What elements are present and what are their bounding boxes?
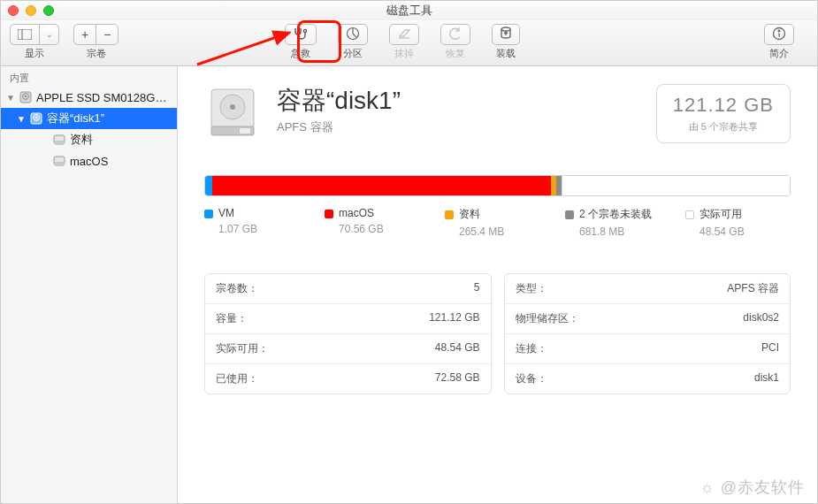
- watermark: ☼ @赤友软件: [700, 477, 805, 498]
- view-mode-button[interactable]: ⌵: [10, 24, 59, 45]
- svg-line-7: [197, 33, 289, 65]
- svg-point-2: [303, 29, 306, 32]
- erase-label: 抹掉: [394, 47, 414, 60]
- svg-point-4: [501, 27, 510, 31]
- legend-swatch: [685, 210, 694, 219]
- info-value: disk0s2: [743, 311, 779, 326]
- hdd-icon: [29, 111, 43, 126]
- legend-name: VM: [218, 207, 234, 219]
- mount-button[interactable]: [492, 24, 520, 45]
- restore-icon: [448, 27, 463, 42]
- sidebar-item-label: APPLE SSD SM0128G…: [36, 91, 166, 104]
- volume-icon: [52, 154, 66, 168]
- info-row: 类型：APFS 容器: [505, 274, 791, 303]
- watermark-icon: ☼: [700, 478, 721, 496]
- capacity-box: 121.12 GB 由 5 个宗卷共享: [656, 84, 791, 143]
- info-value: disk1: [754, 371, 779, 386]
- svg-rect-0: [18, 29, 32, 40]
- info-row: 容量：121.12 GB: [205, 303, 491, 333]
- svg-point-20: [230, 104, 235, 110]
- info-icon: [772, 27, 786, 43]
- info-value: PCI: [761, 341, 779, 356]
- sidebar-item-label: 容器“disk1”: [47, 111, 104, 126]
- sidebar-item[interactable]: ▼APPLE SSD SM0128G…: [1, 87, 177, 108]
- toolbar: ⌵ 显示 + − 宗卷 急救 分区 抹掉: [1, 20, 817, 66]
- legend-value: 70.56 GB: [339, 223, 413, 235]
- info-key: 设备：: [516, 371, 547, 386]
- info-label: 简介: [769, 47, 789, 60]
- volume-title: 容器“disk1”: [277, 84, 401, 118]
- chevron-down-icon: ⌵: [39, 25, 58, 44]
- view-label: 显示: [25, 47, 44, 60]
- info-value: 48.54 GB: [435, 341, 480, 356]
- svg-rect-17: [54, 162, 65, 165]
- first-aid-label: 急救: [291, 47, 310, 60]
- restore-label: 恢复: [446, 47, 465, 60]
- info-row: 设备：disk1: [505, 363, 791, 393]
- info-key: 类型：: [516, 281, 547, 296]
- main-content: 容器“disk1” APFS 容器 121.12 GB 由 5 个宗卷共享 VM…: [178, 66, 817, 503]
- mount-label: 装载: [496, 47, 516, 60]
- sidebar-section-header: 内置: [1, 66, 177, 87]
- sidebar-item[interactable]: macOS: [1, 150, 177, 172]
- info-row: 实际可用：48.54 GB: [205, 333, 491, 363]
- erase-button: [389, 24, 419, 45]
- mount-icon: [500, 27, 512, 43]
- info-button[interactable]: [764, 24, 794, 45]
- info-key: 连接：: [516, 341, 547, 356]
- titlebar: 磁盘工具: [1, 1, 817, 20]
- sidebar: 内置 ▼APPLE SSD SM0128G…▼容器“disk1”资料macOS: [1, 66, 178, 503]
- info-row: 物理储存区：disk0s2: [505, 303, 791, 333]
- capacity-note: 由 5 个宗卷共享: [673, 120, 774, 134]
- svg-point-13: [35, 117, 37, 118]
- partition-label: 分区: [343, 47, 363, 60]
- annotation-arrow: [194, 29, 296, 68]
- info-value: APFS 容器: [727, 281, 779, 296]
- info-value: 72.58 GB: [435, 371, 480, 386]
- usage-legend: VM1.07 GBmacOS70.56 GB资料265.4 MB2 个宗卷未装载…: [204, 207, 791, 238]
- legend-value: 1.07 GB: [218, 223, 293, 235]
- svg-point-6: [778, 30, 780, 32]
- legend-item: macOS70.56 GB: [325, 207, 413, 238]
- info-key: 实际可用：: [216, 341, 269, 356]
- info-row: 宗卷数：5: [205, 274, 491, 303]
- window-title: 磁盘工具: [1, 3, 817, 19]
- legend-name: macOS: [339, 207, 374, 219]
- hdd-icon: [19, 90, 33, 104]
- legend-swatch: [445, 210, 454, 219]
- legend-item: 资料265.4 MB: [445, 207, 533, 238]
- volume-add-remove-button[interactable]: + −: [73, 24, 118, 45]
- svg-point-10: [25, 95, 27, 97]
- volume-icon: [52, 133, 66, 147]
- legend-value: 265.4 MB: [459, 225, 533, 238]
- legend-item: 2 个宗卷未装载681.8 MB: [565, 207, 654, 238]
- capacity-value: 121.12 GB: [673, 94, 774, 117]
- legend-swatch: [325, 210, 333, 218]
- disclosure-triangle-icon[interactable]: ▼: [6, 93, 15, 103]
- first-aid-button[interactable]: [285, 24, 317, 45]
- minus-icon: −: [96, 25, 118, 44]
- sidebar-item-label: macOS: [70, 155, 108, 168]
- sidebar-item[interactable]: ▼容器“disk1”: [1, 108, 177, 129]
- info-table-left: 宗卷数：5容量：121.12 GB实际可用：48.54 GB已使用：72.58 …: [204, 273, 492, 394]
- legend-value: 681.8 MB: [579, 225, 654, 238]
- restore-button: [440, 24, 470, 45]
- sidebar-item[interactable]: 资料: [1, 129, 177, 150]
- info-row: 连接：PCI: [505, 333, 791, 363]
- info-key: 宗卷数：: [216, 281, 258, 296]
- partition-button[interactable]: [338, 24, 368, 45]
- disclosure-triangle-icon[interactable]: ▼: [17, 114, 26, 124]
- volume-label: 宗卷: [87, 47, 106, 60]
- legend-value: 48.54 GB: [700, 225, 774, 238]
- legend-item: VM1.07 GB: [204, 207, 293, 238]
- usage-segment: [205, 176, 212, 195]
- info-key: 容量：: [216, 311, 248, 326]
- sidebar-icon: [11, 25, 39, 44]
- legend-swatch: [565, 210, 574, 219]
- legend-name: 资料: [459, 208, 480, 220]
- info-value: 121.12 GB: [429, 311, 479, 326]
- legend-item: 实际可用48.54 GB: [685, 207, 774, 238]
- usage-segment: [562, 176, 790, 195]
- erase-icon: [397, 27, 411, 42]
- disk-icon: [204, 84, 261, 141]
